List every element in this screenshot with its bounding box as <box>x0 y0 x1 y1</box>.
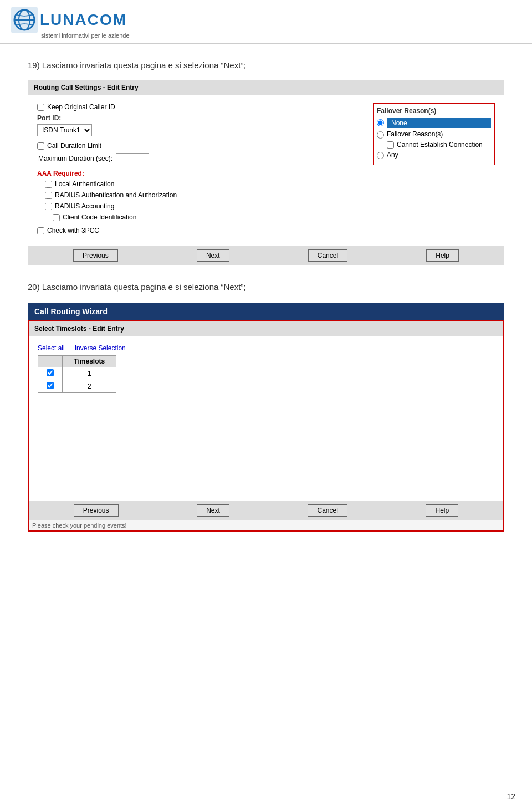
call-duration-checkbox[interactable] <box>37 142 44 150</box>
page-header: LUNACOM sistemi informativi per le azien… <box>0 0 532 44</box>
rcs-next-button[interactable]: Next <box>197 249 229 262</box>
routing-call-settings-title: Routing Call Settings - Edit Entry <box>28 80 504 95</box>
routing-call-settings-footer: Previous Next Cancel Help <box>28 246 504 265</box>
aaa-section: AAA Required: Local Authentication RADIU… <box>37 170 362 221</box>
client-code-cb-row: Client Code Identification <box>53 213 362 221</box>
rcs-cancel-button[interactable]: Cancel <box>308 249 347 262</box>
failover-box: Failover Reason(s) None Failover Reason(… <box>373 103 495 165</box>
ts-previous-button[interactable]: Previous <box>74 504 119 517</box>
keep-caller-id-row: Keep Original Caller ID <box>37 103 362 111</box>
port-id-label: Port ID: <box>37 114 362 122</box>
check-3pcc-checkbox[interactable] <box>37 227 44 234</box>
select-timeslots-footer: Previous Next Cancel Help <box>29 501 503 520</box>
ts-spacer <box>38 393 494 493</box>
col-checkbox-header <box>38 356 63 367</box>
failover-reason-radio[interactable] <box>377 131 384 139</box>
routing-call-settings-box: Routing Call Settings - Edit Entry Keep … <box>28 80 504 265</box>
select-all-link[interactable]: Select all <box>38 344 65 352</box>
cannot-establish-row: Cannot Establish Connection <box>387 141 491 149</box>
failover-reason-row: Failover Reason(s) <box>377 130 491 139</box>
select-timeslots-body: Select all Inverse Selection Timeslots 1… <box>29 336 503 501</box>
keep-caller-id-label: Keep Original Caller ID <box>47 103 115 111</box>
routing-call-settings-columns: Keep Original Caller ID Port ID: ISDN Tr… <box>37 103 495 238</box>
timeslot-cb-0 <box>38 367 63 380</box>
port-id-section: Port ID: ISDN Trunk1 <box>37 114 362 136</box>
call-duration-section: Call Duration Limit Maximum Duration (se… <box>37 142 362 164</box>
failover-none-option: None <box>377 118 491 128</box>
please-check-text: Please check your pending events! <box>29 520 503 530</box>
col-timeslots-header: Timeslots <box>63 356 116 367</box>
failover-none-radio[interactable] <box>377 119 384 126</box>
page-number: 12 <box>507 792 515 801</box>
timeslot-checkbox-0[interactable] <box>47 369 54 376</box>
max-duration-label: Maximum Duration (sec): <box>38 155 112 162</box>
select-timeslots-outer: Select Timeslots - Edit Entry Select all… <box>28 320 504 532</box>
port-id-select[interactable]: ISDN Trunk1 <box>37 124 92 136</box>
timeslot-row-1: 2 <box>38 380 116 393</box>
aaa-options: Local Authentication RADIUS Authenticati… <box>45 180 362 221</box>
failover-none-label: None <box>387 118 491 128</box>
left-column: Keep Original Caller ID Port ID: ISDN Tr… <box>37 103 362 238</box>
crw-header: Call Routing Wizard <box>28 303 504 320</box>
radius-acct-label: RADIUS Accounting <box>55 202 114 210</box>
ts-cancel-button[interactable]: Cancel <box>308 504 347 517</box>
failover-any-option: Any <box>377 151 491 159</box>
select-timeslots-title: Select Timeslots - Edit Entry <box>29 321 503 336</box>
failover-any-label: Any <box>387 151 398 159</box>
timeslot-value-0: 1 <box>63 367 116 380</box>
logo-text: LUNACOM <box>40 11 127 29</box>
radius-auth-label: RADIUS Authentication and Authorization <box>55 191 177 199</box>
max-duration-input[interactable] <box>116 153 149 164</box>
timeslot-cb-1 <box>38 380 63 393</box>
local-auth-checkbox[interactable] <box>45 181 52 188</box>
logo-subtitle: sistemi informativi per le aziende <box>11 32 130 39</box>
call-routing-wizard-section: Call Routing Wizard Select Timeslots - E… <box>28 303 504 532</box>
timeslot-checkbox-1[interactable] <box>47 382 54 389</box>
client-code-label: Client Code Identification <box>63 213 136 221</box>
logo-icon <box>11 7 38 33</box>
rcs-help-button[interactable]: Help <box>426 249 459 262</box>
max-duration-row: Maximum Duration (sec): <box>38 153 362 164</box>
client-code-row: Client Code Identification <box>53 213 362 221</box>
aaa-title: AAA Required: <box>37 170 362 177</box>
failover-any-radio[interactable] <box>377 152 384 159</box>
failover-reason-option: Failover Reason(s) Cannot Establish Conn… <box>377 130 491 149</box>
radius-auth-row: RADIUS Authentication and Authorization <box>45 191 362 199</box>
inverse-selection-link[interactable]: Inverse Selection <box>75 344 126 352</box>
main-content: 19) Lasciamo invariata questa pagina e s… <box>0 44 532 548</box>
timeslots-table: Timeslots 12 <box>38 355 116 393</box>
client-code-checkbox[interactable] <box>53 214 60 221</box>
check-3pcc-label: Check with 3PCC <box>47 227 99 234</box>
local-auth-label: Local Authentication <box>55 180 114 188</box>
cannot-establish-checkbox[interactable] <box>387 141 394 149</box>
check-3pcc-cb-row: Check with 3PCC <box>37 227 362 234</box>
failover-cannot-establish: Cannot Establish Connection <box>387 141 491 149</box>
failover-title: Failover Reason(s) <box>377 107 491 115</box>
logo: LUNACOM sistemi informativi per le azien… <box>11 7 130 39</box>
step20-text: 20) Lasciamo invariata questa pagina e s… <box>28 282 504 292</box>
ts-next-button[interactable]: Next <box>197 504 229 517</box>
ts-links: Select all Inverse Selection <box>38 344 494 352</box>
rcs-previous-button[interactable]: Previous <box>73 249 118 262</box>
ts-links-separator <box>69 344 70 352</box>
timeslot-row-0: 1 <box>38 367 116 380</box>
radius-auth-checkbox[interactable] <box>45 192 52 199</box>
call-duration-row: Call Duration Limit <box>37 142 362 150</box>
timeslot-value-1: 2 <box>63 380 116 393</box>
failover-reason-label: Failover Reason(s) <box>387 130 443 138</box>
check-3pcc-row: Check with 3PCC <box>37 227 362 234</box>
radius-acct-checkbox[interactable] <box>45 203 52 210</box>
step19-text: 19) Lasciamo invariata questa pagina e s… <box>28 60 504 70</box>
routing-call-settings-body: Keep Original Caller ID Port ID: ISDN Tr… <box>28 95 504 246</box>
call-duration-label: Call Duration Limit <box>47 142 101 150</box>
cannot-establish-label: Cannot Establish Connection <box>397 141 483 149</box>
keep-caller-id-checkbox[interactable] <box>37 104 44 111</box>
logo-graphic: LUNACOM <box>11 7 127 33</box>
local-auth-row: Local Authentication <box>45 180 362 188</box>
right-column: Failover Reason(s) None Failover Reason(… <box>373 103 495 238</box>
radius-acct-row: RADIUS Accounting <box>45 202 362 210</box>
ts-help-button[interactable]: Help <box>426 504 458 517</box>
